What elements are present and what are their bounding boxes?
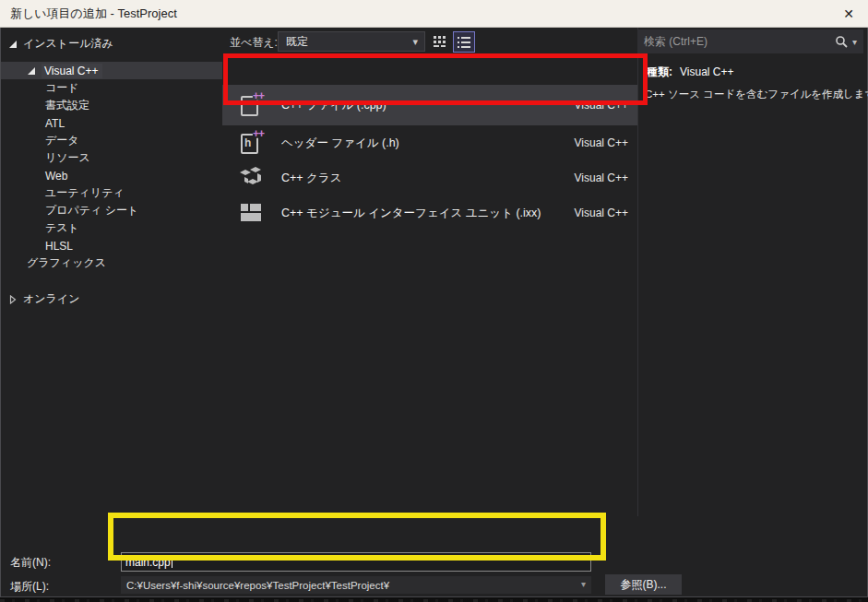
search-icon[interactable]	[835, 35, 849, 49]
sidebar-item-web[interactable]: Web	[1, 167, 222, 184]
medium-icons-icon	[433, 35, 447, 49]
sidebar-item-property-sheet[interactable]: プロパティ シート	[1, 202, 222, 219]
sidebar-item-utility[interactable]: ユーティリティ	[1, 184, 222, 202]
sidebar-item-code[interactable]: コード	[1, 79, 222, 97]
header-file-icon: h++	[235, 131, 267, 155]
search-placeholder: 検索 (Ctrl+E)	[637, 34, 835, 50]
browse-button[interactable]: 参照(B)...	[605, 574, 682, 595]
sort-toolbar: 並べ替え: 既定 ▾	[222, 28, 637, 55]
location-label: 場所(L):	[10, 579, 49, 595]
search-options-caret-icon[interactable]: ▾	[852, 37, 857, 47]
cpp-file-icon: ++	[235, 93, 267, 117]
dialog-title: 新しい項目の追加 - TestProject	[0, 6, 177, 22]
name-label: 名前(N):	[10, 555, 51, 571]
dialog-body: インストール済み Visual C++ コード 書式設定 ATL データ リソー…	[0, 28, 868, 597]
name-input-value: main.cpp	[125, 556, 171, 569]
cpp-module-icon	[235, 203, 267, 223]
sidebar-item-installed[interactable]: インストール済み	[1, 35, 222, 53]
sort-label: 並べ替え:	[230, 35, 278, 51]
add-new-item-dialog: 新しい項目の追加 - TestProject ✕ インストール済み Visual…	[0, 0, 868, 602]
list-item-header-file[interactable]: h++ ヘッダー ファイル (.h) Visual C++	[222, 125, 637, 160]
sidebar-item-data[interactable]: データ	[1, 132, 222, 149]
sidebar-item-formatting[interactable]: 書式設定	[1, 97, 222, 114]
sidebar-item-atl[interactable]: ATL	[1, 114, 222, 132]
list-view-icon	[457, 36, 471, 49]
sidebar-item-hlsl[interactable]: HLSL	[1, 237, 222, 254]
text-caret	[172, 556, 172, 568]
expander-open-icon[interactable]	[27, 66, 36, 76]
template-list: ++ C++ ファイル (.cpp) Visual C++ h++ ヘッダー フ…	[222, 57, 637, 516]
list-view-button[interactable]	[453, 31, 475, 53]
list-item-cpp-module[interactable]: C++ モジュール インターフェイス ユニット (.ixx) Visual C+…	[222, 195, 637, 230]
sort-dropdown-value: 既定	[286, 34, 308, 50]
expander-closed-icon[interactable]	[8, 295, 18, 304]
location-combobox[interactable]: C:¥Users¥f-shi¥source¥repos¥TestProject¥…	[121, 576, 591, 594]
sidebar-item-graphics[interactable]: グラフィックス	[1, 254, 222, 272]
template-detail-panel: 種類:Visual C++ C++ ソース コードを含むファイルを作成します	[637, 57, 868, 101]
sort-dropdown[interactable]: 既定 ▾	[278, 31, 425, 52]
list-item-cpp-class[interactable]: C++ クラス Visual C++	[222, 160, 637, 195]
type-value: Visual C++	[680, 65, 733, 78]
cpp-class-icon	[235, 166, 267, 190]
sidebar-item-visual-cpp[interactable]: Visual C++	[1, 62, 222, 79]
background-window-strip	[0, 597, 868, 602]
template-category-tree: インストール済み Visual C++ コード 書式設定 ATL データ リソー…	[1, 28, 222, 516]
sidebar-item-resource[interactable]: リソース	[1, 149, 222, 167]
expander-open-icon[interactable]	[8, 40, 18, 49]
list-item-cpp-file[interactable]: ++ C++ ファイル (.cpp) Visual C++	[222, 85, 637, 125]
medium-icons-view-button[interactable]	[429, 31, 451, 53]
sidebar-item-test[interactable]: テスト	[1, 219, 222, 237]
close-icon[interactable]: ✕	[829, 0, 868, 28]
dialog-titlebar: 新しい項目の追加 - TestProject ✕	[0, 0, 868, 28]
sidebar-item-online[interactable]: オンライン	[1, 290, 222, 308]
name-input[interactable]: main.cpp	[121, 552, 591, 572]
type-label: 種類:	[647, 65, 672, 78]
chevron-down-icon: ▾	[412, 36, 418, 48]
chevron-down-icon: ▾	[581, 579, 586, 589]
search-input[interactable]: 検索 (Ctrl+E) ▾	[637, 30, 863, 53]
location-value: C:¥Users¥f-shi¥source¥repos¥TestProject¥…	[126, 580, 389, 591]
template-description: C++ ソース コードを含むファイルを作成します	[637, 80, 868, 101]
